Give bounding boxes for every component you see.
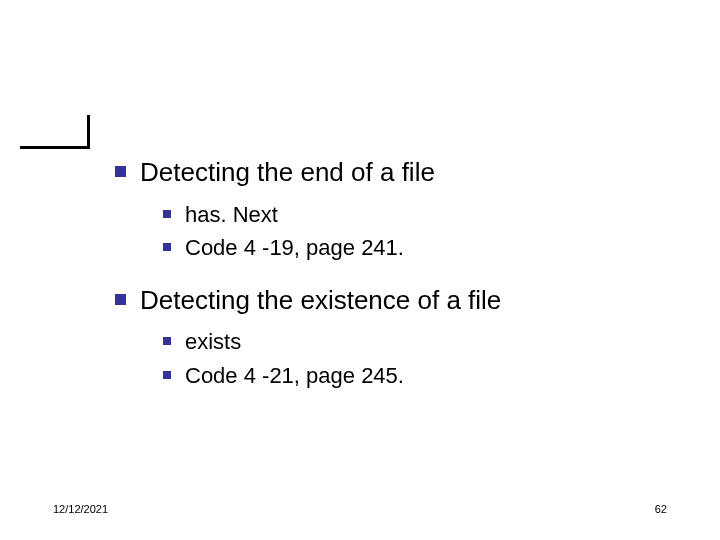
sub-text: has. Next	[185, 201, 278, 229]
frame-bar-right	[87, 115, 91, 149]
square-bullet-icon	[163, 337, 171, 345]
square-bullet-icon	[115, 166, 126, 177]
sub-text: exists	[185, 328, 241, 356]
sub-item-1-2: Code 4 -19, page 241.	[163, 234, 680, 262]
frame-bar-bottom	[20, 146, 90, 150]
sub-item-2-1: exists	[163, 328, 680, 356]
footer-page-number: 62	[655, 503, 667, 515]
square-bullet-icon	[163, 371, 171, 379]
sub-item-1-1: has. Next	[163, 201, 680, 229]
heading-2-row: Detecting the existence of a file	[115, 284, 680, 317]
footer-date: 12/12/2021	[53, 503, 108, 515]
sub-item-2-2: Code 4 -21, page 245.	[163, 362, 680, 390]
square-bullet-icon	[163, 243, 171, 251]
heading-2: Detecting the existence of a file	[140, 284, 501, 317]
square-bullet-icon	[163, 210, 171, 218]
content-area: Detecting the end of a file has. Next Co…	[115, 156, 680, 389]
square-bullet-icon	[115, 294, 126, 305]
heading-1: Detecting the end of a file	[140, 156, 435, 189]
title-frame	[20, 115, 90, 149]
sub-text: Code 4 -19, page 241.	[185, 234, 404, 262]
slide: Detecting the end of a file has. Next Co…	[0, 0, 720, 540]
sub-text: Code 4 -21, page 245.	[185, 362, 404, 390]
heading-1-row: Detecting the end of a file	[115, 156, 680, 189]
